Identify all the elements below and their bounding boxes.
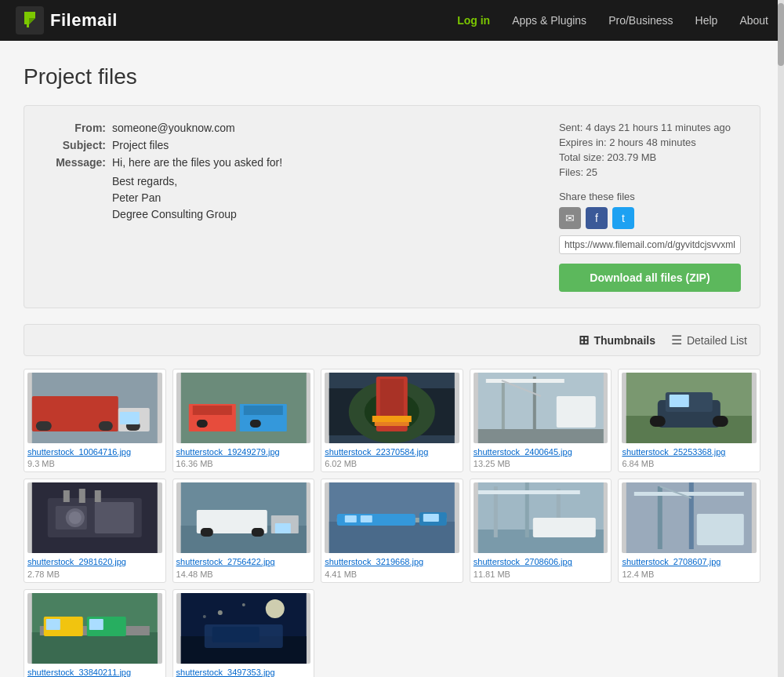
svg-rect-67 (533, 518, 596, 537)
nav-links: Log in Apps & Plugins Pro/Business Help … (457, 14, 768, 27)
list-item[interactable]: shutterstock_2708606.jpg11.81 MB (470, 479, 612, 582)
file-size: 2.78 MB (27, 570, 162, 579)
file-name[interactable]: shutterstock_2708606.jpg (474, 556, 608, 567)
files-count-info: Files: 25 (559, 166, 741, 178)
svg-rect-22 (375, 422, 409, 426)
info-right: Sent: 4 days 21 hours 11 minutes ago Exp… (559, 122, 741, 292)
svg-rect-35 (650, 416, 666, 427)
list-item[interactable]: shutterstock_3219668.jpg4.41 MB (321, 479, 463, 582)
file-name[interactable]: shutterstock_25253368.jpg (622, 446, 757, 457)
nav-link-pro[interactable]: Pro/Business (608, 14, 673, 27)
list-item[interactable]: shutterstock_3497353.jpg5.52 MB (172, 589, 315, 677)
file-size: 13.25 MB (474, 459, 608, 468)
logo-text: Filemail (50, 10, 118, 31)
svg-point-88 (202, 615, 205, 618)
svg-rect-26 (486, 379, 564, 383)
info-left: From: someone@youknow.com Subject: Proje… (43, 122, 543, 292)
list-item[interactable]: shutterstock_19249279.jpg16.36 MB (172, 369, 315, 472)
message-body: Best regards, Peter Pan Degree Consultin… (112, 173, 543, 223)
share-url[interactable]: https://www.filemail.com/d/gyvitdcjsvvxm… (559, 235, 741, 254)
svg-rect-58 (345, 515, 357, 522)
info-card: From: someone@youknow.com Subject: Proje… (24, 105, 760, 308)
svg-rect-85 (212, 627, 259, 642)
svg-rect-12 (243, 406, 282, 415)
thumbnails-toggle[interactable]: ⊞ Thumbnails (579, 333, 655, 348)
subject-row: Subject: Project files (43, 139, 543, 151)
share-label: Share these files (559, 191, 741, 202)
file-name[interactable]: shutterstock_3219668.jpg (325, 556, 459, 567)
scrollbar[interactable] (778, 0, 784, 677)
file-size: 14.48 MB (176, 570, 311, 579)
file-name[interactable]: shutterstock_2756422.jpg (176, 556, 311, 567)
file-name[interactable]: shutterstock_10064716.jpg (27, 446, 162, 457)
file-name[interactable]: shutterstock_3497353.jpg (176, 667, 311, 677)
svg-rect-54 (329, 522, 455, 553)
share-facebook-button[interactable]: f (586, 207, 608, 229)
share-icons: ✉ f t (559, 207, 741, 229)
svg-rect-11 (192, 406, 231, 415)
navbar: Filemail Log in Apps & Plugins Pro/Busin… (0, 0, 784, 41)
file-size: 6.84 MB (622, 459, 757, 468)
download-all-button[interactable]: Download all files (ZIP) (559, 264, 741, 292)
list-item[interactable]: shutterstock_25253368.jpg6.84 MB (618, 369, 760, 472)
list-item[interactable]: shutterstock_22370584.jpg6.02 MB (321, 369, 463, 472)
view-toggle-bar: ⊞ Thumbnails ☰ Detailed List (24, 324, 760, 356)
nav-link-help[interactable]: Help (695, 14, 718, 27)
svg-rect-66 (478, 490, 580, 494)
from-label: From: (43, 122, 106, 134)
detailed-list-toggle[interactable]: ☰ Detailed List (671, 333, 747, 348)
svg-rect-60 (423, 514, 439, 522)
nav-link-apps[interactable]: Apps & Plugins (512, 14, 586, 27)
svg-rect-50 (200, 528, 212, 537)
file-name[interactable]: shutterstock_2400645.jpg (474, 446, 608, 457)
file-size: 16.36 MB (176, 459, 311, 468)
file-name[interactable]: shutterstock_22370584.jpg (325, 446, 459, 457)
from-value: someone@youknow.com (112, 122, 235, 134)
svg-rect-20 (380, 379, 404, 418)
file-size: 12.4 MB (622, 570, 757, 579)
svg-rect-40 (95, 502, 134, 533)
logo-icon (16, 6, 44, 35)
svg-rect-6 (99, 421, 113, 431)
thumbnails-grid: shutterstock_10064716.jpg9.3 MBshutterst… (24, 369, 760, 677)
svg-rect-73 (697, 514, 744, 545)
thumbnails-icon: ⊞ (579, 333, 589, 348)
file-name[interactable]: shutterstock_2981620.jpg (27, 556, 162, 567)
svg-rect-28 (478, 429, 604, 443)
total-size-info: Total size: 203.79 MB (559, 151, 741, 163)
svg-rect-52 (274, 523, 290, 533)
list-item[interactable]: shutterstock_2981620.jpg2.78 MB (24, 479, 166, 582)
file-size: 9.3 MB (27, 459, 162, 468)
file-name[interactable]: shutterstock_2708607.jpg (622, 556, 757, 567)
from-row: From: someone@youknow.com (43, 122, 543, 134)
svg-rect-71 (634, 492, 744, 496)
thumbnails-label: Thumbnails (593, 334, 655, 347)
file-name[interactable]: shutterstock_19249279.jpg (176, 446, 311, 457)
nav-link-about[interactable]: About (739, 14, 768, 27)
scrollbar-thumb[interactable] (778, 3, 784, 66)
list-item[interactable]: shutterstock_10064716.jpg9.3 MB (24, 369, 166, 472)
svg-rect-45 (95, 490, 101, 502)
list-item[interactable]: shutterstock_2708607.jpg12.4 MB (618, 479, 760, 582)
svg-point-42 (69, 511, 82, 524)
svg-rect-24 (502, 380, 505, 435)
share-twitter-button[interactable]: t (612, 207, 634, 229)
message-body-line1: Best regards, (112, 173, 543, 190)
share-email-button[interactable]: ✉ (559, 207, 581, 229)
page-title: Project files (24, 64, 760, 89)
nav-link-login[interactable]: Log in (457, 14, 490, 27)
svg-rect-34 (670, 395, 689, 407)
message-value: Hi, here are the files you asked for! (112, 156, 282, 169)
list-item[interactable]: shutterstock_2756422.jpg14.48 MB (172, 479, 315, 582)
svg-rect-0 (27, 20, 29, 27)
svg-rect-13 (196, 420, 207, 428)
svg-rect-43 (64, 490, 70, 502)
svg-rect-51 (251, 528, 263, 537)
message-row: Message: Hi, here are the files you aske… (43, 156, 543, 169)
svg-rect-36 (713, 416, 728, 427)
svg-point-86 (217, 610, 222, 615)
list-item[interactable]: shutterstock_2400645.jpg13.25 MB (470, 369, 612, 472)
list-item[interactable]: shutterstock_33840211.jpg8.31 MB (24, 589, 166, 677)
file-size: 4.41 MB (325, 570, 459, 579)
file-name[interactable]: shutterstock_33840211.jpg (27, 667, 162, 677)
